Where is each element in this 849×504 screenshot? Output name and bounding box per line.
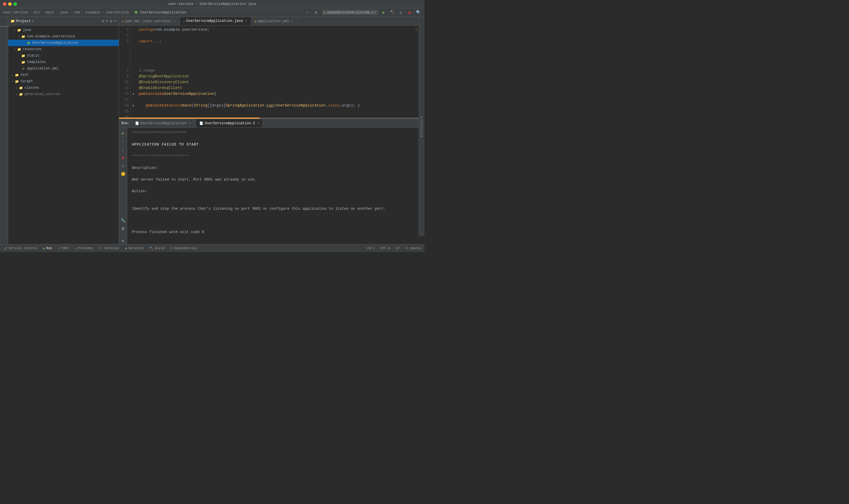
output-identify: Identify and stop the process that's lis… <box>132 206 420 212</box>
bottom-version-control[interactable]: ⎇ Version Control <box>2 246 38 251</box>
run-down-icon[interactable]: ↓ <box>120 146 126 153</box>
run-tab-2[interactable]: 📄 UserServiceApplication-2 × <box>196 119 263 127</box>
breadcrumb-example[interactable]: example <box>86 11 100 15</box>
run-wrench-icon[interactable]: 🔧 <box>120 217 126 224</box>
tree-item-application-yml[interactable]: ▸ ⚙ application.yml <box>8 65 119 72</box>
tree-item-userservice-app[interactable]: ▸ ⬟ UserServiceApplication <box>8 40 119 46</box>
bottom-build[interactable]: 🔨 Build <box>148 246 165 251</box>
tree-item-test[interactable]: ▸ 📁 test <box>8 72 119 78</box>
maximize-button[interactable] <box>14 2 17 6</box>
code-line-4 <box>139 44 425 50</box>
problems-icon: ⚠ <box>75 247 77 250</box>
breadcrumb-project[interactable]: user-service <box>3 11 28 15</box>
run-rerun-icon[interactable]: ↻ <box>120 163 126 169</box>
close-button[interactable] <box>3 2 6 6</box>
run-up-icon[interactable]: ↑ <box>120 138 126 145</box>
tab-close-yml[interactable]: × <box>290 19 294 23</box>
title-bar: user-service – UserServiceApplication.ja… <box>0 0 425 8</box>
settings-icon[interactable]: ⚙ <box>110 19 112 24</box>
bottom-problems[interactable]: ⚠ Problems <box>73 246 94 251</box>
tree-item-static[interactable]: ▸ 📁 static <box>8 53 119 59</box>
git-icon: ⎇ <box>3 247 7 250</box>
breadcrumb-src[interactable]: src <box>34 11 40 15</box>
run-play-icon[interactable]: ▶ <box>120 130 126 137</box>
tree-item-target[interactable]: ▾ 📁 target <box>8 78 119 85</box>
breadcrumb-com[interactable]: com <box>73 11 80 15</box>
encoding-info[interactable]: UTF-8 <box>379 246 391 251</box>
output-blank-6 <box>132 194 420 200</box>
minimize-button[interactable] <box>8 2 12 6</box>
run-emoji-icon[interactable]: 😊 <box>120 171 126 177</box>
run-tab-2-close[interactable]: × <box>257 121 259 125</box>
run-trash-icon[interactable]: 🗑 <box>120 226 126 232</box>
tab-application-yml[interactable]: ⚙ application.yml × <box>251 17 297 25</box>
tree-item-java[interactable]: ▾ 📁 java <box>8 27 119 33</box>
tab-userservice-java[interactable]: ☕ UserServiceApplication.java × <box>180 17 251 25</box>
output-action: Action: <box>132 188 420 194</box>
yaml-file-icon: ⚙ <box>254 19 256 24</box>
run-panel: Run: 📄 UserServiceApplication × 📄 UserSe… <box>119 119 425 244</box>
code-line-14: public static void main(String[] args) {… <box>139 103 425 108</box>
run-tab-1-close[interactable]: × <box>189 121 191 125</box>
collapse-icon[interactable]: ≡ <box>106 19 108 24</box>
search-icon[interactable]: 🔍 <box>415 9 422 16</box>
output-description: Description: <box>132 165 420 171</box>
build-icon: 🔨 <box>149 247 154 250</box>
tree-item-templates[interactable]: ▸ 📁 templates <box>8 59 119 65</box>
run-gutter-line14[interactable]: ▶ <box>131 103 137 108</box>
code-line-11: @EnableEurekaClient <box>139 85 425 91</box>
run-tab-1[interactable]: 📄 UserServiceApplication × <box>132 119 194 127</box>
breadcrumb-java[interactable]: java <box>59 11 68 15</box>
tab-pom-xml[interactable]: ⚙ pom.xml (user-service) × <box>119 17 180 25</box>
code-content[interactable]: package com.example.userservice; import … <box>137 26 425 118</box>
reload-icon[interactable]: ↻ <box>397 9 404 16</box>
back-icon[interactable]: ↩ <box>304 9 311 16</box>
run-grid-icon[interactable]: ⊞ <box>120 238 126 244</box>
code-line-6 <box>139 56 425 62</box>
bottom-terminal[interactable]: >_ Terminal <box>98 246 121 251</box>
tree-item-generated[interactable]: ▸ 📁 generated_sources <box>8 91 119 97</box>
bottom-services[interactable]: ◈ Services <box>124 246 145 251</box>
java-file-icon: ☕ <box>183 19 185 23</box>
run-content: ▶ ↑ ↓ ◼ ↻ 😊 🔧 🗑 ⊞ ^^^^^^^^^^^^^^^^^^^^^^… <box>119 128 425 244</box>
locate-icon[interactable]: ⊕ <box>102 19 104 24</box>
run-config-selector[interactable]: ▶ USERSERVICEAPPLICATION-2 ▼ <box>322 10 378 15</box>
breadcrumb-main[interactable]: main <box>46 11 54 15</box>
chevron-down-icon: ▼ <box>375 11 376 14</box>
structure-panel[interactable]: Structure <box>419 17 425 236</box>
folder-icon: 📁 <box>17 28 22 32</box>
code-line-12: public class UserServiceApplication { <box>139 91 425 97</box>
settings-icon[interactable]: ⚙ <box>313 9 319 16</box>
stop-icon[interactable]: ◼ <box>406 9 413 16</box>
code-line-9: @SpringBootApplication <box>139 73 425 79</box>
folder-icon: 📁 <box>15 73 19 77</box>
line-separator[interactable]: LF <box>395 246 401 251</box>
code-editor: 1 2 3 8 9 10 11 12 13 14 15 16 17 18 <box>119 26 425 118</box>
build-icon[interactable]: 🔨 <box>389 9 395 16</box>
bottom-todo[interactable]: ✓ TODO <box>57 246 70 251</box>
tree-item-resources[interactable]: ▾ 📁 resources <box>8 46 119 53</box>
tab-close-java[interactable]: × <box>244 19 248 23</box>
indent-info[interactable]: 4 spaces <box>404 246 422 251</box>
run-stop-icon[interactable]: ◼ <box>120 155 126 161</box>
tree-item-com[interactable]: ▾ 📁 com.example.userservice <box>8 33 119 40</box>
output-blank-3 <box>132 159 420 165</box>
tab-close-pom[interactable]: × <box>173 19 177 23</box>
code-line-13 <box>139 97 425 103</box>
sidebar-project-icon[interactable]: Proj <box>1 18 7 36</box>
run-button[interactable]: ▶ <box>381 10 387 16</box>
folder-icon: 📁 <box>21 53 26 58</box>
bottom-run[interactable]: ▶ Run <box>42 246 53 251</box>
nav-right-actions: ↩ ⚙ ▶ USERSERVICEAPPLICATION-2 ▼ ▶ 🔨 ↻ ◼… <box>304 9 422 16</box>
run-gutter-line12[interactable]: ▶ <box>131 91 137 97</box>
cursor-position: 20:1 <box>366 246 376 251</box>
bottom-dependencies[interactable]: ⬡ Dependencies <box>169 246 198 251</box>
breadcrumb-userservice[interactable]: userservice <box>106 11 129 15</box>
breadcrumb-class[interactable]: ⬟ UserServiceApplication <box>135 10 187 15</box>
code-line-15 <box>139 108 425 114</box>
line-numbers: 1 2 3 8 9 10 11 12 13 14 15 16 17 18 <box>119 26 131 118</box>
project-dropdown-icon[interactable]: ▼ <box>32 20 33 23</box>
close-panel-icon[interactable]: × <box>114 19 117 24</box>
tree-item-classes[interactable]: ▸ 📁 classes <box>8 85 119 91</box>
code-line-usage: 1 usage <box>139 68 425 73</box>
